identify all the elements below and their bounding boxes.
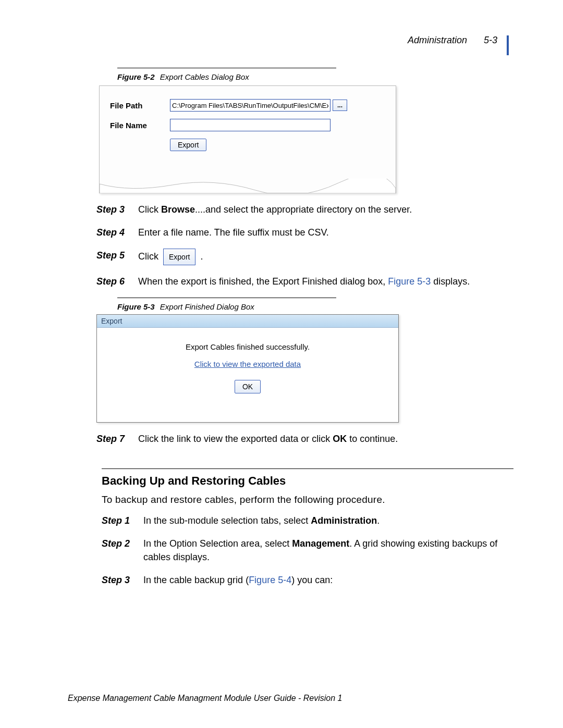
ok-button[interactable]: OK [235, 380, 261, 393]
steps-group-b: Step 7 Click the link to view the export… [96, 432, 516, 446]
figure-5-2-caption: Figure 5-2 Export Cables Dialog Box [117, 68, 336, 81]
step-label: Step 4 [96, 226, 138, 239]
dialog-titlebar: Export [97, 315, 398, 328]
section2-step-1: Step 1 In the sub-module selection tabs,… [102, 514, 513, 527]
page-header: Administration 5-3 [408, 35, 509, 55]
file-path-input[interactable] [170, 99, 331, 112]
section-intro: To backup and restore cables, perform th… [102, 494, 513, 505]
section-heading: Backing Up and Restoring Cables [102, 474, 513, 488]
export-button[interactable]: Export [170, 139, 206, 151]
step-6: Step 6 When the export is finished, the … [96, 275, 516, 288]
file-name-input[interactable] [170, 119, 331, 131]
section2-step-2: Step 2 In the Option Selection area, sel… [102, 537, 513, 564]
page-footer: Expense Management Cable Managment Modul… [68, 694, 342, 703]
step-body: In the sub-module selection tabs, select… [143, 514, 513, 527]
step-label: Step 3 [96, 203, 138, 216]
dialog-message: Export Cables finished successfully. [102, 342, 393, 351]
step-body: Click the link to view the exported data… [138, 432, 516, 446]
view-exported-data-link[interactable]: Click to view the exported data [194, 360, 301, 368]
figure-5-3-link[interactable]: Figure 5-3 [388, 276, 431, 287]
figure-title: Export Finished Dialog Box [160, 302, 254, 311]
step-label: Step 1 [102, 514, 143, 527]
inline-export-button[interactable]: Export [163, 249, 195, 265]
steps-group-a: Step 3 Click Browse....and select the ap… [96, 203, 516, 288]
step-label: Step 3 [102, 573, 143, 587]
torn-edge-decoration [100, 179, 396, 193]
figure-5-3-caption: Figure 5-3 Export Finished Dialog Box [117, 298, 336, 311]
step-3: Step 3 Click Browse....and select the ap… [96, 203, 516, 216]
step-body: Click Export . [138, 249, 516, 265]
figure-number: Figure 5-3 [117, 302, 155, 311]
file-path-label: File Path [110, 101, 170, 110]
step-4: Step 4 Enter a file name. The file suffi… [96, 226, 516, 239]
section-backing-up: Backing Up and Restoring Cables To backu… [102, 468, 513, 587]
step-label: Step 5 [96, 249, 138, 265]
figure-5-4-link[interactable]: Figure 5-4 [249, 575, 291, 585]
step-label: Step 2 [102, 537, 143, 564]
export-cables-dialog: File Path ... File Name Export [99, 85, 396, 193]
step-body: Click Browse....and select the appropria… [138, 203, 516, 216]
step-body: In the cable backup grid (Figure 5-4) yo… [143, 573, 513, 587]
export-finished-dialog: Export Export Cables finished successful… [96, 314, 399, 423]
section2-step-3: Step 3 In the cable backup grid (Figure … [102, 573, 513, 587]
step-7: Step 7 Click the link to view the export… [96, 432, 516, 446]
figure-title: Export Cables Dialog Box [160, 72, 249, 81]
figure-5-2: File Path ... File Name Export [99, 85, 396, 193]
header-section: Administration [408, 35, 467, 45]
step-body: Enter a file name. The file suffix must … [138, 226, 516, 239]
file-name-label: File Name [110, 121, 170, 130]
step-5: Step 5 Click Export . [96, 249, 516, 265]
figure-number: Figure 5-2 [117, 72, 155, 81]
step-body: In the Option Selection area, select Man… [143, 537, 513, 564]
browse-button[interactable]: ... [333, 100, 347, 111]
header-page-number: 5-3 [484, 35, 497, 45]
step-body: When the export is finished, the Export … [138, 275, 516, 288]
step-label: Step 7 [96, 432, 138, 446]
step-label: Step 6 [96, 275, 138, 288]
